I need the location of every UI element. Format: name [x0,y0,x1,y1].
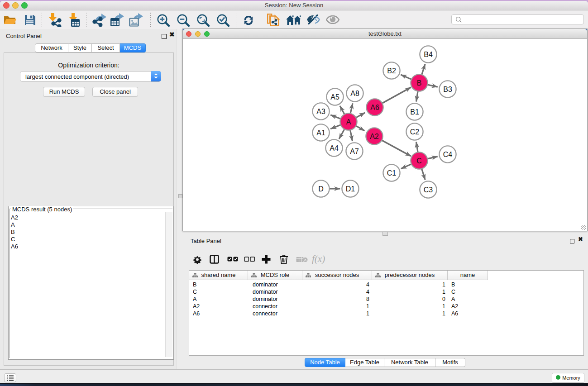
svg-text:A7: A7 [350,148,359,155]
svg-text:C: C [416,157,422,165]
svg-text:B4: B4 [424,51,433,58]
svg-text:B3: B3 [443,86,452,93]
svg-text:C1: C1 [387,169,397,177]
svg-text:A8: A8 [350,90,359,97]
svg-text:D1: D1 [346,185,355,193]
svg-text:A: A [346,118,351,126]
svg-text:D: D [318,185,324,193]
svg-text:C3: C3 [424,186,433,194]
svg-text:B: B [417,79,422,87]
svg-text:A3: A3 [316,108,325,115]
svg-text:A5: A5 [330,93,339,101]
svg-text:A1: A1 [316,129,325,137]
svg-text:C2: C2 [410,128,420,136]
svg-text:A6: A6 [370,104,379,111]
svg-text:A4: A4 [330,144,339,152]
svg-text:C4: C4 [443,151,453,158]
svg-text:B1: B1 [410,108,419,116]
svg-text:B2: B2 [387,67,396,75]
svg-text:A2: A2 [370,133,379,140]
